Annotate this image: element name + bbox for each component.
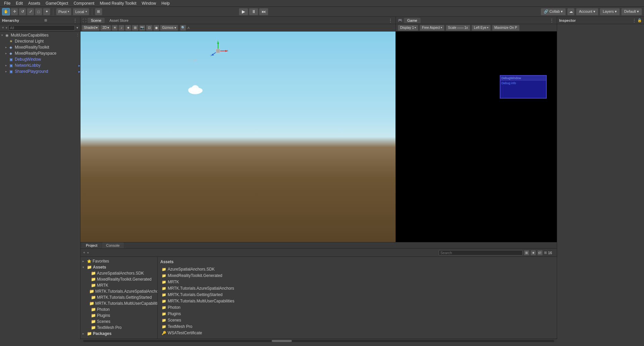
fav-arrow: ▸ <box>83 260 86 263</box>
scene-menu-btn[interactable]: ⋮ <box>387 18 393 23</box>
menu-file[interactable]: File <box>1 1 13 6</box>
tree-item-networklobby[interactable]: ▸ ▣ NetworkLobby ▸ <box>0 62 80 68</box>
asset-photon[interactable]: 📁 Photon <box>160 304 554 310</box>
dimension-dropdown[interactable]: 2D ▾ <box>100 25 111 31</box>
proj-mrtk-getting[interactable]: ▸ 📁 MRTK.Tutorials.GettingStarted <box>80 294 157 300</box>
collab-dropdown[interactable]: 🔗 Collab ▾ <box>541 8 566 15</box>
asset-mrtk[interactable]: 📁 MRTK <box>160 279 554 285</box>
tool-move[interactable]: ✛ <box>11 8 18 15</box>
scrollbar-track[interactable] <box>83 340 554 342</box>
proj-azure-sdk[interactable]: ▸ 📁 AzureSpatialAnchors.SDK <box>80 270 157 276</box>
tool-scale[interactable]: ⤢ <box>27 8 34 15</box>
project-add-btn[interactable]: + <box>83 250 86 255</box>
asset-wsa-label: WSATestCertificate <box>168 331 202 335</box>
aspect-chevron: ▾ <box>441 26 442 29</box>
tree-item-dirlight[interactable]: ▸ ☀ Directional Light <box>0 38 80 44</box>
scene-fx-btn[interactable]: ★ <box>125 25 131 31</box>
asset-mrtk-azure[interactable]: 📁 MRTK.Tutorials.AzureSpatialAnchors <box>160 285 554 291</box>
proj-packages[interactable]: ▸ 📁 Packages <box>80 331 157 337</box>
maximize-btn[interactable]: Maximize On P <box>492 25 520 31</box>
default-dropdown[interactable]: Default ▾ <box>621 8 642 15</box>
root-icon: ◉ <box>5 33 10 38</box>
proj-search-tag-btn[interactable]: 🏷 <box>537 250 543 255</box>
console-tab[interactable]: Console <box>102 242 123 248</box>
menu-component[interactable]: Component <box>71 1 97 6</box>
tree-item-sharedplayground[interactable]: ▸ ▣ SharedPlayground ▸ <box>0 68 80 74</box>
game-tab[interactable]: Game <box>404 18 421 23</box>
proj-mrtk-gen[interactable]: ▸ 📁 MixedRealityToolkit.Generated <box>80 276 157 282</box>
tool-transform[interactable]: ✦ <box>43 8 50 15</box>
play-button[interactable]: ▶ <box>239 8 248 15</box>
menu-gameobject[interactable]: GameObject <box>43 1 71 6</box>
step-button[interactable]: ⏭ <box>259 8 268 15</box>
inspector-lock-btn[interactable]: 🔒 <box>637 18 642 22</box>
menu-assets[interactable]: Assets <box>25 1 43 6</box>
gizmos-dropdown[interactable]: Gizmos ▾ <box>160 25 178 31</box>
hierarchy-add-btn[interactable]: + <box>1 25 5 31</box>
proj-photon[interactable]: ▸ 📁 Photon <box>80 306 157 312</box>
asset-mrtk-gen[interactable]: 📁 MixedRealityToolkit.Generated <box>160 273 554 279</box>
menu-mrtoolkit[interactable]: Mixed Reality Toolkit <box>97 1 139 6</box>
tool-rect[interactable]: □ <box>35 8 42 15</box>
layers-dropdown[interactable]: Layers ▾ <box>600 8 620 15</box>
menu-help[interactable]: Help <box>159 1 172 6</box>
local-dropdown[interactable]: Local ▾ <box>73 8 89 15</box>
scene-light-btn[interactable]: ☀ <box>112 25 118 31</box>
proj-search-filter-btn[interactable]: ⊞ <box>524 250 529 255</box>
scene-grid-btn[interactable]: ⊡ <box>146 25 153 31</box>
proj-textmesh[interactable]: ▸ 📁 TextMesh Pro <box>80 325 157 331</box>
hierarchy-menu-btn[interactable]: ⋮ <box>72 18 78 23</box>
proj-scenes[interactable]: ▸ 📁 Scenes <box>80 319 157 325</box>
snap-btn[interactable]: ⊞ <box>95 8 102 15</box>
hier-filter-btn[interactable]: ▾ <box>76 25 79 31</box>
shading-dropdown[interactable]: Shaded ▾ <box>82 25 100 31</box>
menu-window[interactable]: Window <box>139 1 159 6</box>
tree-item-mrplayspace[interactable]: ▸ ◈ MixedRealityPlayspace <box>0 50 80 56</box>
game-menu-btn[interactable]: ⋮ <box>549 18 555 23</box>
proj-mrtk-multi[interactable]: ▸ 📁 MRTK.Tutorials.MultiUserCapabilities <box>80 300 157 306</box>
scene-search-btn[interactable]: 🔍 <box>180 25 186 31</box>
tree-item-debugwindow[interactable]: ▸ ▣ DebugWindow <box>0 56 80 62</box>
proj-mrtk[interactable]: ▸ 📁 MRTK <box>80 282 157 288</box>
scene-cam-btn[interactable]: 📷 <box>139 25 145 31</box>
scene-more-btn[interactable]: ⊞ <box>132 25 139 31</box>
scene-vis-btn[interactable]: ◉ <box>153 25 159 31</box>
asset-mrtk-getting[interactable]: 📁 MRTK.Tutorials.GettingStarted <box>160 292 554 298</box>
proj-favorites[interactable]: ▸ ⭐ Favorites <box>80 258 157 264</box>
project-tab[interactable]: Project <box>82 242 101 248</box>
pause-button[interactable]: ⏸ <box>249 8 258 15</box>
asset-scenes[interactable]: 📁 Scenes <box>160 317 554 323</box>
asset-azure-sdk[interactable]: 📁 AzureSpatialAnchors.SDK <box>160 266 554 272</box>
tree-item-mrtk[interactable]: ▸ ◈ MixedRealityToolkit <box>0 44 80 50</box>
account-dropdown[interactable]: Account ▾ <box>576 8 598 15</box>
scene-tab[interactable]: Scene <box>88 18 105 23</box>
menu-edit[interactable]: Edit <box>13 1 25 6</box>
hierarchy-search[interactable] <box>8 25 75 31</box>
root-menu-btn[interactable]: ⋮ <box>75 33 80 38</box>
asset-mrtk-multi[interactable]: 📁 MRTK.Tutorials.MultiUserCapabilities <box>160 298 554 304</box>
asset-textmesh[interactable]: 📁 TextMesh Pro <box>160 324 554 330</box>
asset-wsa[interactable]: 🔑 WSATestCertificate <box>160 330 554 336</box>
scene-audio-btn[interactable]: ♪ <box>118 25 124 31</box>
assets-arrow: ▾ <box>83 266 86 269</box>
scale-control[interactable]: Scale —— 1x <box>446 25 471 31</box>
asset-store-tab[interactable]: Asset Store <box>106 18 132 23</box>
project-search-input[interactable] <box>439 250 523 255</box>
game-ui-content: Debug info <box>500 80 546 86</box>
asset-plugins-label: Plugins <box>168 311 181 316</box>
aspect-dropdown[interactable]: Free Aspect ▾ <box>420 25 444 31</box>
pivot-dropdown[interactable]: Pivot ▾ <box>56 8 71 15</box>
tool-hand[interactable]: ✋ <box>2 8 10 15</box>
display-dropdown[interactable]: Display 1 ▾ <box>398 25 418 31</box>
proj-mrtk-azure[interactable]: ▸ 📁 MRTK.Tutorials.AzureSpatialAnchors <box>80 288 157 294</box>
tree-item-root[interactable]: ▾ ◉ MultiUserCapabilities ⋮ <box>0 32 80 38</box>
cloud-btn[interactable]: ☁ <box>567 8 575 15</box>
proj-plugins[interactable]: ▸ 📁 Plugins <box>80 312 157 319</box>
scene-canvas[interactable]: Y X Z < Left <box>80 32 395 242</box>
proj-assets-root[interactable]: ▾ 📁 Assets <box>80 264 157 270</box>
tool-rotate[interactable]: ↺ <box>19 8 26 15</box>
eye-dropdown[interactable]: Left Eye ▾ <box>472 25 491 31</box>
proj-search-star-btn[interactable]: ★ <box>531 250 536 255</box>
inspector-menu-btn[interactable]: ⋮ <box>631 18 637 23</box>
asset-plugins[interactable]: 📁 Plugins <box>160 311 554 317</box>
